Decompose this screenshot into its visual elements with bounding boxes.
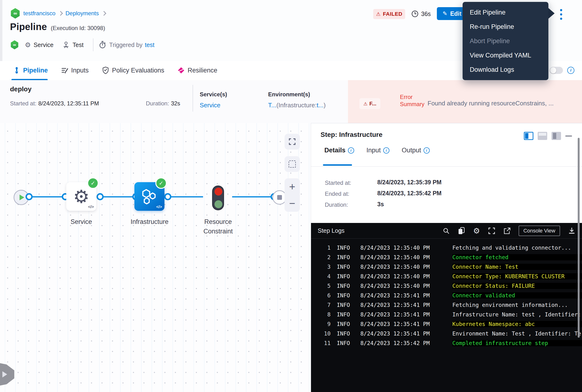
- info-icon[interactable]: i: [348, 147, 354, 154]
- stage-name: deploy: [10, 85, 31, 93]
- duration-label: Duration:: [325, 202, 348, 208]
- stopwatch-icon: [99, 41, 106, 49]
- stage-divider: [193, 85, 193, 112]
- success-check-badge: ✓: [155, 178, 167, 189]
- minimize-panel-button[interactable]: [565, 136, 572, 137]
- step-title: Step: Infrastructure: [321, 131, 383, 138]
- pipeline-options-menu: Edit Pipeline Re-run Pipeline Abort Pipe…: [463, 2, 549, 80]
- triggered-by-label: Triggered by: [109, 42, 142, 48]
- panel-divider: [311, 166, 582, 167]
- pipeline-meta-row: ∞ ⚙ Service Test Triggered by test: [10, 38, 154, 52]
- warning-icon: ⚠: [376, 11, 381, 17]
- tab-input[interactable]: Input i: [367, 147, 389, 154]
- environments-label: Environment(s): [268, 91, 310, 98]
- step-logs-header: Step Logs ⚙: [311, 223, 582, 239]
- pencil-icon: ✎: [443, 10, 447, 17]
- menu-item-download-logs[interactable]: Download Logs: [463, 62, 549, 77]
- harness-logo-icon: ∞: [10, 8, 20, 18]
- log-line: 8INFO8/24/2023 12:35:41 PMInfrastructure…: [311, 310, 582, 319]
- tab-output[interactable]: Output i: [402, 147, 430, 154]
- stop-icon: [277, 195, 282, 200]
- services-label: Service(s): [200, 91, 227, 98]
- stage-duration: Duration: 32s: [146, 100, 180, 107]
- total-duration: 36s: [411, 10, 431, 18]
- breadcrumb-deployments-link[interactable]: Deployments: [65, 10, 99, 17]
- meta-test-label: Test: [72, 42, 83, 48]
- play-icon: [19, 194, 24, 200]
- expand-logs-button[interactable]: [488, 227, 495, 234]
- panel-layout-controls: [524, 132, 572, 140]
- log-lines[interactable]: 1INFO8/24/2023 12:35:40 PMFetching and v…: [311, 243, 582, 392]
- pipeline-execution-page: ∞ testfrancisco Deployments Pipeline (Ex…: [0, 0, 582, 392]
- step-logs-console: Step Logs ⚙: [311, 223, 582, 392]
- traffic-light-red: [214, 188, 222, 196]
- clock-icon: [411, 10, 419, 18]
- error-summary-message: Found already running resourceConstrains…: [428, 100, 580, 107]
- status-badge: ⚠ FAILED: [373, 9, 405, 19]
- breadcrumb-separator-icon: [58, 11, 63, 16]
- pipeline-graph-canvas[interactable]: ⚙ </> ✓ Service </> ✓ Infrastructure Res…: [0, 123, 311, 392]
- triggered-by-user-link[interactable]: test: [145, 42, 154, 48]
- layout-bottom-view-button[interactable]: [538, 132, 547, 140]
- tab-inputs[interactable]: Inputs: [61, 67, 89, 74]
- tabbar-info-icon[interactable]: i: [567, 67, 574, 74]
- tab-pipeline[interactable]: Pipeline: [13, 67, 48, 74]
- ended-at-label: Ended at:: [325, 190, 349, 197]
- menu-item-edit-pipeline[interactable]: Edit Pipeline: [463, 5, 549, 20]
- copy-logs-button[interactable]: [458, 227, 465, 235]
- service-node-label: Service: [61, 217, 101, 226]
- infrastructure-link[interactable]: t...: [317, 102, 324, 109]
- copy-icon: [458, 227, 465, 235]
- panel-scrollbar[interactable]: [578, 138, 580, 338]
- breadcrumb-project-link[interactable]: testfrancisco: [23, 10, 55, 17]
- more-options-kebab-button[interactable]: [560, 9, 562, 20]
- gear-icon: ⚙: [73, 186, 89, 207]
- title-row: Pipeline (Execution Id: 30098): [10, 22, 105, 32]
- log-line: 2INFO8/24/2023 12:35:40 PMConnector fetc…: [311, 252, 582, 262]
- canvas-multiselect-button[interactable]: [285, 156, 300, 172]
- download-logs-button[interactable]: [568, 227, 575, 234]
- inputs-icon: [61, 67, 68, 74]
- menu-item-abort-pipeline[interactable]: Abort Pipeline: [463, 34, 549, 48]
- view-toggle-switch[interactable]: [550, 67, 563, 74]
- step-details-panel: Step: Infrastructure Details i Input i O…: [311, 123, 582, 392]
- info-icon[interactable]: i: [383, 147, 389, 154]
- open-logs-new-tab-button[interactable]: [503, 227, 511, 234]
- search-logs-button[interactable]: [443, 227, 450, 234]
- node-port: [96, 193, 104, 200]
- zoom-out-button[interactable]: −: [289, 198, 295, 209]
- layout-split-view-button[interactable]: [524, 132, 533, 140]
- tab-details[interactable]: Details i: [324, 147, 354, 154]
- log-line: 9INFO8/24/2023 12:35:41 PMKubernetes Nam…: [311, 319, 582, 329]
- log-line: 4INFO8/24/2023 12:35:40 PMConnector Type…: [311, 272, 582, 281]
- tab-resilience[interactable]: Resilience: [178, 67, 217, 74]
- resource-constraint-node-label: Resource Constraint: [197, 217, 239, 236]
- warning-icon: ⚠: [363, 101, 368, 106]
- layout-right-view-button[interactable]: [552, 132, 561, 140]
- expand-panel-handle[interactable]: [0, 362, 14, 387]
- node-port: [25, 193, 33, 200]
- service-gear-icon: ⚙: [25, 41, 31, 49]
- info-icon[interactable]: i: [424, 147, 430, 154]
- log-settings-button[interactable]: ⚙: [473, 226, 480, 235]
- resilience-chaos-icon: [178, 67, 185, 74]
- zoom-in-button[interactable]: +: [289, 182, 295, 192]
- environment-value: T...(Infrastructure:t...): [268, 102, 326, 109]
- canvas-fullscreen-button[interactable]: [285, 134, 300, 150]
- stage-summary-bar: deploy Started at: 8/24/2023, 12:35:11 P…: [0, 80, 582, 123]
- log-line: 6INFO8/24/2023 12:35:41 PMConnector vali…: [311, 291, 582, 300]
- duration-value: 36s: [421, 10, 431, 18]
- duration-value: 3s: [377, 201, 384, 208]
- harness-cd-icon: ∞: [10, 40, 18, 49]
- code-badge: </>: [88, 204, 94, 209]
- service-link[interactable]: Service: [200, 102, 220, 109]
- tab-policy-evaluations[interactable]: Policy Evaluations: [102, 66, 164, 74]
- traffic-light-green: [214, 200, 222, 208]
- resource-constraint-node[interactable]: [212, 186, 224, 210]
- menu-item-rerun-pipeline[interactable]: Re-run Pipeline: [463, 20, 549, 34]
- started-at-value: 8/24/2023, 12:35:39 PM: [377, 179, 442, 186]
- infrastructure-hexagons-icon: [141, 188, 158, 204]
- environment-link[interactable]: T...: [268, 102, 276, 109]
- console-view-button[interactable]: Console View: [519, 226, 560, 236]
- menu-item-view-compiled-yaml[interactable]: View Compiled YAML: [463, 48, 549, 62]
